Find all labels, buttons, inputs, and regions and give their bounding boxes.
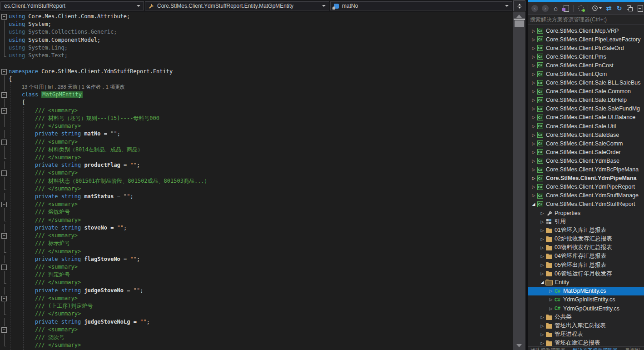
tree-item[interactable]: ▷管坯在途汇总报表 (528, 339, 644, 347)
collapsed-arrow-icon[interactable]: ▷ (530, 98, 537, 102)
scroll-up-arrow-icon[interactable] (516, 15, 522, 18)
collapsed-arrow-icon[interactable]: ▷ (539, 324, 545, 328)
collapsed-arrow-icon[interactable]: ▷ (530, 141, 537, 146)
tree-item[interactable]: ▷03物料收发存汇总报表 (528, 243, 644, 252)
collapsed-arrow-icon[interactable]: ▷ (539, 228, 545, 233)
tree-item[interactable]: ▷C#YdmGpInlistEntity.cs (528, 295, 644, 304)
outline-collapse-box[interactable] (0, 326, 9, 334)
collapsed-arrow-icon[interactable]: ▷ (530, 29, 537, 33)
collapsed-arrow-icon[interactable]: ▷ (539, 332, 545, 337)
outline-collapse-box[interactable] (0, 138, 9, 146)
tree-item[interactable]: ▷C#Core.StlMes.Client.SaleBase (528, 130, 644, 139)
outline-collapse-box[interactable] (0, 295, 9, 302)
forward-icon[interactable]: › (541, 5, 549, 12)
collapsed-arrow-icon[interactable]: ▷ (530, 72, 537, 76)
type-dropdown[interactable]: Core.StlMes.Client.YdmStuffReport.Entity… (145, 1, 329, 10)
outline-collapse-box[interactable] (0, 91, 9, 99)
expanded-arrow-icon[interactable]: ◢ (539, 280, 545, 285)
tree-item[interactable]: ▷04管坯库存汇总报表 (528, 252, 644, 260)
tree-item[interactable]: ▷C#Core.StlMes.Client.Sale.SaleFundMg (528, 105, 644, 113)
collapse-all-icon[interactable] (626, 5, 634, 12)
collapsed-arrow-icon[interactable]: ▷ (539, 211, 545, 215)
collapsed-arrow-icon[interactable]: ▷ (530, 150, 537, 155)
collapsed-arrow-icon[interactable]: ▷ (539, 220, 545, 224)
tree-item[interactable]: ▷C#Core.StlMes.Client.PipeLeaveFactory (528, 35, 644, 44)
tree-item[interactable]: ▷C#MatGpMEntity.cs (528, 287, 644, 295)
code-editor[interactable]: using Core.Mes.Client.Comm.Attribute;usi… (0, 12, 513, 350)
outline-collapse-box[interactable] (0, 13, 9, 20)
sync-active-document-icon[interactable] (562, 5, 570, 12)
tree-item[interactable]: ▷C#YdmGpOutlistEntity.cs (528, 304, 644, 313)
collapsed-arrow-icon[interactable]: ▷ (539, 254, 545, 259)
back-icon[interactable]: ‹ (531, 5, 539, 12)
properties-icon[interactable] (636, 5, 644, 12)
tree-item[interactable]: ▷C#Core.StlMes.Client.Sale.UI.Balance (528, 113, 644, 122)
collapsed-arrow-icon[interactable]: ▷ (530, 63, 537, 68)
tree-item[interactable]: ◢C#Core.StlMes.Client.YdmStuffReport (528, 200, 644, 209)
tree-item[interactable]: ▷C#Core.StlMes.Client.YdmStuffManage (528, 191, 644, 200)
collapsed-arrow-icon[interactable]: ▷ (530, 176, 537, 180)
collapsed-arrow-icon[interactable]: ▷ (539, 271, 545, 276)
tree-item[interactable]: ▷C#Core.StlMes.Client.YdmBcPipeMana (528, 165, 644, 174)
outline-collapse-box[interactable] (0, 200, 9, 208)
refresh-icon[interactable]: ↻ (615, 5, 623, 12)
tree-item[interactable]: ▷C#Core.StlMes.Client.YdmPipeReport (528, 183, 644, 191)
collapsed-arrow-icon[interactable]: ▷ (530, 167, 537, 172)
collapsed-arrow-icon[interactable]: ▷ (530, 55, 537, 59)
tree-item[interactable]: ▷C#Core.StlMes.Client.YdmBase (528, 156, 644, 165)
tree-item[interactable]: ▷C#Core.StlMes.Client.SaleOrder (528, 148, 644, 156)
tree-item[interactable]: ▷C#Core.StlMes.Client.Sale.Util (528, 122, 644, 130)
tree-item[interactable]: ◢Entity (528, 278, 644, 287)
outline-collapse-box[interactable] (0, 107, 9, 115)
tree-item[interactable]: ▷06管坯运行年月收发存 (528, 270, 644, 278)
collapsed-arrow-icon[interactable]: ▷ (530, 133, 537, 137)
tree-item[interactable]: ▷引用 (528, 217, 644, 226)
tree-item[interactable]: ▷01管坯入库汇总报表 (528, 226, 644, 235)
project-dropdown[interactable]: es.Client.YdmStuffReport (0, 1, 144, 10)
collapsed-arrow-icon[interactable]: ▷ (548, 297, 554, 302)
outline-collapse-box[interactable] (0, 169, 9, 177)
tree-item[interactable]: ▷05管坯出库汇总报表 (528, 261, 644, 270)
collapsed-arrow-icon[interactable]: ▷ (539, 237, 545, 241)
tool-window-tab[interactable]: 团队资源管理器 (530, 347, 565, 350)
switch-views-icon[interactable]: ⇄ (605, 5, 613, 12)
tree-item[interactable]: ▷C#Core.StlMes.Client.PlnSaleOrd (528, 44, 644, 52)
tree-item[interactable]: ▷C#Core.StlMes.Client.SaleComm (528, 139, 644, 148)
collapsed-arrow-icon[interactable]: ▷ (530, 37, 537, 42)
scroll-down-arrow-icon[interactable] (516, 344, 522, 347)
tree-item[interactable]: ▷C#Core.StlMes.Client.YdmPipeMana (528, 174, 644, 183)
collapsed-arrow-icon[interactable]: ▷ (539, 341, 545, 345)
editor-vertical-scrollbar[interactable] (513, 12, 525, 350)
tree-item[interactable]: ▷管坯出入库汇总报表 (528, 321, 644, 330)
outline-collapse-box[interactable] (0, 232, 9, 240)
collapsed-arrow-icon[interactable]: ▷ (548, 289, 554, 293)
expanded-arrow-icon[interactable]: ◢ (530, 202, 537, 206)
home-icon[interactable]: ⌂ (552, 5, 560, 12)
collapsed-arrow-icon[interactable]: ▷ (530, 46, 537, 50)
tree-item[interactable]: ▷Properties (528, 209, 644, 217)
collapsed-arrow-icon[interactable]: ▷ (530, 106, 537, 111)
tree-item[interactable]: ▷C#Core.StlMes.Client.Qcm (528, 70, 644, 78)
outline-collapse-box[interactable] (0, 68, 9, 75)
tree-item[interactable]: ▷C#Core.StlMes.Client.Pms (528, 52, 644, 61)
scrollbar-thumb[interactable] (515, 20, 524, 27)
codelens-info[interactable]: 13 个引用 | lirl，288 天前 | 1 名作者，1 项更改 (22, 84, 125, 90)
collapsed-arrow-icon[interactable]: ▷ (530, 89, 537, 94)
search-input[interactable] (528, 15, 644, 24)
member-dropdown[interactable]: matNo (330, 1, 512, 10)
tree-item[interactable]: ▷C#Core.StlMes.Client.Sale.BLL.SaleBus (528, 79, 644, 87)
collapsed-arrow-icon[interactable]: ▷ (530, 159, 537, 163)
tool-window-tab[interactable]: 解决方案资源管理器 (573, 347, 618, 350)
collapsed-arrow-icon[interactable]: ▷ (539, 263, 545, 267)
split-editor-handle[interactable] (513, 0, 525, 11)
collapsed-arrow-icon[interactable]: ▷ (539, 315, 545, 320)
collapsed-arrow-icon[interactable]: ▷ (548, 306, 554, 311)
tree-item[interactable]: ▷C#Core.StlMes.Client.Sale.DbHelp (528, 96, 644, 105)
tree-item[interactable]: ▷C#Core.StlMes.Client.Sale.Common (528, 87, 644, 96)
collapsed-arrow-icon[interactable]: ▷ (530, 80, 537, 85)
outline-collapse-box[interactable] (0, 263, 9, 271)
tree-item[interactable]: ▷公共类 (528, 313, 644, 321)
collapsed-arrow-icon[interactable]: ▷ (530, 124, 537, 129)
collapsed-arrow-icon[interactable]: ▷ (530, 115, 537, 120)
collapsed-arrow-icon[interactable]: ▷ (539, 245, 545, 250)
